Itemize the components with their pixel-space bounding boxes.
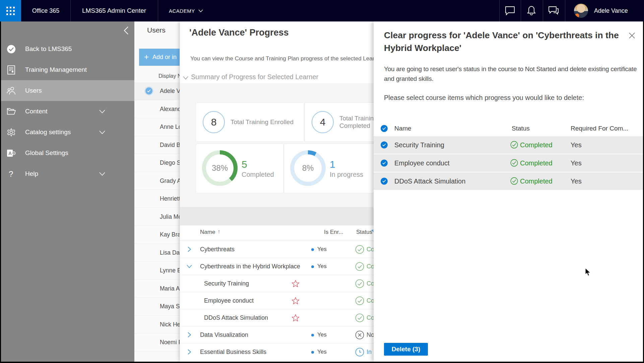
user-row[interactable]: Julia Mo [134,208,180,226]
app-launcher-button[interactable] [0,0,21,21]
user-row[interactable]: Henrietta [134,190,180,208]
status-text: Not Started [367,331,374,339]
sidebar-item-help[interactable]: ?Help [0,163,134,184]
user-row[interactable]: David Ba [134,136,180,154]
status-text: Completed [367,314,374,321]
section-gap [180,207,374,225]
donut-label: Completed [242,171,274,178]
status-text: Completed [367,246,374,253]
status-text: Completed [520,177,553,185]
sidebar-item-catalog-settings[interactable]: Catalog settings [0,122,134,143]
sidebar-item-label: Global Settings [25,149,68,157]
column-header-status[interactable]: Status [512,125,530,132]
status-completed-icon [355,313,364,322]
progress-table-row[interactable]: DDoS Attack SimulationCompleted [180,309,374,326]
user-avatar[interactable] [574,4,588,18]
column-header-name[interactable]: Name [200,229,215,236]
required-value: Yes [571,141,582,149]
notifications-button[interactable] [521,0,542,21]
column-header-name[interactable]: Name [394,125,411,132]
progress-table-row[interactable]: Security TrainingCompleted [180,275,374,292]
admin-logo-icon: A [7,149,16,158]
user-display-name: Julia Mo [160,213,180,220]
user-row[interactable]: Kay Brace [134,226,180,244]
row-checkbox[interactable] [381,160,388,167]
user-row[interactable] [134,352,180,362]
chevron-down-icon [99,128,106,136]
user-row[interactable]: Maya Se [134,298,180,316]
chevron-right-icon[interactable] [186,246,193,253]
course-item-row[interactable]: DDoS Attack SimulationCompletedYes [374,172,644,190]
chevron-down-icon [198,9,203,12]
required-value: Yes [571,159,582,167]
status-text: Completed [520,141,553,149]
user-display-name: Henrietta [160,195,180,202]
course-item-name: Security Training [394,141,444,149]
academy-label: ACADEMY [169,8,195,14]
user-row[interactable]: Nick Her [134,316,180,334]
column-header-status[interactable]: Status [356,229,372,236]
progress-table-row[interactable]: CyberthreatsYesCompleted [180,241,374,258]
chevron-right-icon[interactable] [186,331,193,338]
column-header-is-enrolled[interactable]: Is Enr... [324,229,343,236]
row-checkbox[interactable] [381,142,388,149]
column-header-required[interactable]: Required For Com... [571,125,628,132]
progress-table-row[interactable]: Essential Business SkillsYesIn progress [180,344,374,361]
user-row[interactable]: Lynne Br [134,262,180,280]
summary-collapse-icon[interactable] [183,75,189,81]
user-row[interactable]: Grady Archie [134,172,180,190]
course-item-row[interactable]: Employee conductCompletedYes [374,154,644,172]
selected-check-icon [145,88,152,95]
chevron-down-icon[interactable] [186,263,193,270]
user-row[interactable]: Adele Vance [134,82,180,100]
sidebar-item-training-management[interactable]: Training Management [0,59,134,80]
add-or-invite-button[interactable]: + Add or in [139,49,180,66]
select-all-checkbox[interactable] [381,125,388,132]
academy-dropdown[interactable]: ACADEMY [158,0,211,21]
chevron-right-icon[interactable] [186,349,193,355]
bell-icon [527,6,536,16]
user-row[interactable]: Noemi F [134,333,180,352]
feedback-button[interactable] [543,0,564,21]
enrolled-dot-icon [311,334,314,336]
delete-button[interactable]: Delete (3) [384,343,428,356]
office-365-link[interactable]: Office 365 [21,0,70,21]
user-row[interactable]: Maria Al [134,280,180,298]
row-checkbox[interactable] [381,178,388,185]
status-text: Completed [367,263,374,270]
status-completed-icon [510,141,518,149]
stat-value: 8 [203,111,225,133]
status-completed-icon [355,262,364,271]
status-text: In progress [367,349,374,356]
sidebar-item-users[interactable]: Users [0,80,134,101]
chevron-down-icon [99,170,106,177]
stat-value: 4 [312,111,334,133]
user-name[interactable]: Adele Vance [594,0,628,21]
document-icon [7,65,16,74]
sidebar-item-global-settings[interactable]: AGlobal Settings [0,143,134,163]
user-row[interactable]: Diego Siciliani [134,154,180,172]
sidebar-item-content[interactable]: Content [0,101,134,122]
course-item-row[interactable]: Security TrainingCompletedYes [374,136,644,154]
chat-button[interactable] [499,0,521,21]
status-completed-icon [510,177,518,185]
lms365-admin-center-link[interactable]: LMS365 Admin Center [70,0,158,21]
sidebar-item-back-to-lms365[interactable]: Back to LMS365 [0,39,134,59]
progress-table-row[interactable]: Employee conductCompleted [180,292,374,309]
user-row[interactable]: Anne Lo [134,118,180,136]
donut-percent: 38% [202,150,238,186]
add-button-label: Add or in [152,54,177,61]
summary-toggle[interactable]: Summary of Progress for Selected Learner [191,73,318,81]
user-display-name: Nick Her [160,321,180,328]
sidebar-collapse-button[interactable] [121,25,131,36]
progress-table-row[interactable]: Cyberthreats in the Hybrid WorkplaceYesC… [180,258,374,275]
status-completed-icon [355,245,364,254]
users-column-header[interactable]: Display Name [134,71,180,82]
status-text: Completed [520,159,553,167]
close-button[interactable] [627,31,637,40]
user-row[interactable]: Lisa Davis [134,244,180,262]
user-row[interactable]: Alexander [134,100,180,118]
user-display-name: Anne Lo [160,123,180,131]
required-star-icon [292,314,300,322]
progress-table-row[interactable]: Data VisualizationYesNot Started [180,326,374,344]
